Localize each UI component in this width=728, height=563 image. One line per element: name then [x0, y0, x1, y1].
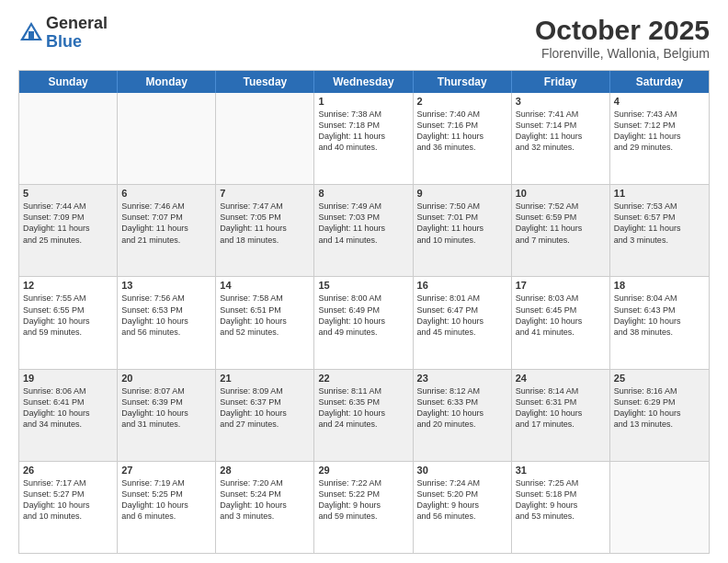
calendar-cell: 29Sunrise: 7:22 AM Sunset: 5:22 PM Dayli…: [314, 462, 413, 553]
calendar-cell: 6Sunrise: 7:46 AM Sunset: 7:07 PM Daylig…: [118, 185, 216, 276]
weekday-header: Saturday: [610, 71, 709, 93]
cell-info: Sunrise: 7:19 AM Sunset: 5:25 PM Dayligh…: [121, 477, 211, 523]
logo-icon: [18, 20, 44, 46]
calendar-cell: 21Sunrise: 8:09 AM Sunset: 6:37 PM Dayli…: [216, 370, 314, 461]
calendar-cell: 9Sunrise: 7:50 AM Sunset: 7:01 PM Daylig…: [414, 185, 512, 276]
cell-info: Sunrise: 7:17 AM Sunset: 5:27 PM Dayligh…: [23, 477, 113, 523]
calendar-cell: 7Sunrise: 7:47 AM Sunset: 7:05 PM Daylig…: [216, 185, 314, 276]
calendar-cell: 31Sunrise: 7:25 AM Sunset: 5:18 PM Dayli…: [512, 462, 610, 553]
day-number: 26: [23, 465, 113, 476]
calendar-row: 1Sunrise: 7:38 AM Sunset: 7:18 PM Daylig…: [19, 93, 709, 185]
day-number: 14: [220, 280, 310, 291]
cell-info: Sunrise: 7:20 AM Sunset: 5:24 PM Dayligh…: [220, 477, 310, 523]
cell-info: Sunrise: 8:14 AM Sunset: 6:31 PM Dayligh…: [516, 385, 606, 431]
month-title: October 2025: [535, 15, 710, 46]
cell-info: Sunrise: 8:07 AM Sunset: 6:39 PM Dayligh…: [121, 385, 211, 431]
page: General Blue October 2025 Florenville, W…: [0, 0, 728, 563]
calendar-cell: [216, 93, 314, 184]
calendar-body: 1Sunrise: 7:38 AM Sunset: 7:18 PM Daylig…: [19, 93, 709, 553]
calendar-cell: [118, 93, 216, 184]
location-title: Florenville, Wallonia, Belgium: [535, 46, 710, 61]
day-number: 21: [220, 373, 310, 384]
weekday-header: Friday: [512, 71, 610, 93]
day-number: 27: [121, 465, 211, 476]
day-number: 7: [220, 188, 310, 199]
cell-info: Sunrise: 7:46 AM Sunset: 7:07 PM Dayligh…: [121, 201, 211, 246]
logo: General Blue: [18, 15, 108, 52]
day-number: 24: [516, 373, 606, 384]
calendar-cell: 5Sunrise: 7:44 AM Sunset: 7:09 PM Daylig…: [19, 185, 118, 276]
calendar-cell: [610, 462, 709, 553]
cell-info: Sunrise: 8:06 AM Sunset: 6:41 PM Dayligh…: [23, 385, 113, 431]
calendar-cell: 13Sunrise: 7:56 AM Sunset: 6:53 PM Dayli…: [118, 277, 216, 368]
calendar-cell: 22Sunrise: 8:11 AM Sunset: 6:35 PM Dayli…: [314, 370, 413, 461]
calendar-cell: 18Sunrise: 8:04 AM Sunset: 6:43 PM Dayli…: [610, 277, 709, 368]
calendar: SundayMondayTuesdayWednesdayThursdayFrid…: [18, 70, 710, 554]
cell-info: Sunrise: 8:01 AM Sunset: 6:47 PM Dayligh…: [417, 293, 507, 338]
calendar-header: SundayMondayTuesdayWednesdayThursdayFrid…: [19, 71, 709, 93]
calendar-cell: 23Sunrise: 8:12 AM Sunset: 6:33 PM Dayli…: [414, 370, 512, 461]
day-number: 16: [417, 280, 507, 291]
calendar-row: 19Sunrise: 8:06 AM Sunset: 6:41 PM Dayli…: [19, 370, 709, 462]
calendar-cell: 14Sunrise: 7:58 AM Sunset: 6:51 PM Dayli…: [216, 277, 314, 368]
weekday-header: Wednesday: [314, 71, 413, 93]
calendar-row: 26Sunrise: 7:17 AM Sunset: 5:27 PM Dayli…: [19, 462, 709, 553]
day-number: 20: [121, 373, 211, 384]
calendar-cell: 24Sunrise: 8:14 AM Sunset: 6:31 PM Dayli…: [512, 370, 610, 461]
day-number: 8: [318, 188, 408, 199]
calendar-row: 12Sunrise: 7:55 AM Sunset: 6:55 PM Dayli…: [19, 277, 709, 369]
day-number: 29: [318, 465, 408, 476]
cell-info: Sunrise: 8:11 AM Sunset: 6:35 PM Dayligh…: [318, 385, 408, 431]
day-number: 28: [220, 465, 310, 476]
day-number: 3: [516, 96, 606, 107]
weekday-header: Tuesday: [216, 71, 314, 93]
calendar-row: 5Sunrise: 7:44 AM Sunset: 7:09 PM Daylig…: [19, 185, 709, 277]
day-number: 1: [318, 96, 408, 107]
day-number: 18: [614, 280, 705, 291]
cell-info: Sunrise: 7:49 AM Sunset: 7:03 PM Dayligh…: [318, 201, 408, 246]
cell-info: Sunrise: 8:09 AM Sunset: 6:37 PM Dayligh…: [220, 385, 310, 431]
header: General Blue October 2025 Florenville, W…: [18, 15, 710, 61]
calendar-cell: 19Sunrise: 8:06 AM Sunset: 6:41 PM Dayli…: [19, 370, 118, 461]
calendar-cell: 20Sunrise: 8:07 AM Sunset: 6:39 PM Dayli…: [118, 370, 216, 461]
cell-info: Sunrise: 7:50 AM Sunset: 7:01 PM Dayligh…: [417, 201, 507, 246]
calendar-cell: 16Sunrise: 8:01 AM Sunset: 6:47 PM Dayli…: [414, 277, 512, 368]
day-number: 5: [23, 188, 113, 199]
calendar-cell: 12Sunrise: 7:55 AM Sunset: 6:55 PM Dayli…: [19, 277, 118, 368]
calendar-cell: 26Sunrise: 7:17 AM Sunset: 5:27 PM Dayli…: [19, 462, 118, 553]
logo-general-text: General: [46, 15, 108, 33]
day-number: 19: [23, 373, 113, 384]
cell-info: Sunrise: 8:16 AM Sunset: 6:29 PM Dayligh…: [614, 385, 705, 431]
cell-info: Sunrise: 8:00 AM Sunset: 6:49 PM Dayligh…: [318, 293, 408, 338]
cell-info: Sunrise: 7:24 AM Sunset: 5:20 PM Dayligh…: [417, 477, 507, 523]
calendar-cell: 11Sunrise: 7:53 AM Sunset: 6:57 PM Dayli…: [610, 185, 709, 276]
calendar-cell: 25Sunrise: 8:16 AM Sunset: 6:29 PM Dayli…: [610, 370, 709, 461]
calendar-cell: 10Sunrise: 7:52 AM Sunset: 6:59 PM Dayli…: [512, 185, 610, 276]
calendar-cell: 1Sunrise: 7:38 AM Sunset: 7:18 PM Daylig…: [314, 93, 413, 184]
day-number: 9: [417, 188, 507, 199]
cell-info: Sunrise: 7:52 AM Sunset: 6:59 PM Dayligh…: [516, 201, 606, 246]
cell-info: Sunrise: 7:40 AM Sunset: 7:16 PM Dayligh…: [417, 109, 507, 154]
day-number: 11: [614, 188, 705, 199]
calendar-cell: 3Sunrise: 7:41 AM Sunset: 7:14 PM Daylig…: [512, 93, 610, 184]
day-number: 31: [516, 465, 606, 476]
cell-info: Sunrise: 7:38 AM Sunset: 7:18 PM Dayligh…: [318, 109, 408, 154]
day-number: 17: [516, 280, 606, 291]
calendar-cell: 17Sunrise: 8:03 AM Sunset: 6:45 PM Dayli…: [512, 277, 610, 368]
day-number: 22: [318, 373, 408, 384]
cell-info: Sunrise: 8:12 AM Sunset: 6:33 PM Dayligh…: [417, 385, 507, 431]
cell-info: Sunrise: 7:56 AM Sunset: 6:53 PM Dayligh…: [121, 293, 211, 338]
cell-info: Sunrise: 8:03 AM Sunset: 6:45 PM Dayligh…: [516, 293, 606, 338]
calendar-cell: 27Sunrise: 7:19 AM Sunset: 5:25 PM Dayli…: [118, 462, 216, 553]
day-number: 10: [516, 188, 606, 199]
calendar-cell: 2Sunrise: 7:40 AM Sunset: 7:16 PM Daylig…: [414, 93, 512, 184]
cell-info: Sunrise: 8:04 AM Sunset: 6:43 PM Dayligh…: [614, 293, 705, 338]
day-number: 6: [121, 188, 211, 199]
cell-info: Sunrise: 7:44 AM Sunset: 7:09 PM Dayligh…: [23, 201, 113, 246]
cell-info: Sunrise: 7:41 AM Sunset: 7:14 PM Dayligh…: [516, 109, 606, 154]
calendar-cell: [19, 93, 118, 184]
day-number: 13: [121, 280, 211, 291]
day-number: 23: [417, 373, 507, 384]
cell-info: Sunrise: 7:58 AM Sunset: 6:51 PM Dayligh…: [220, 293, 310, 338]
title-block: October 2025 Florenville, Wallonia, Belg…: [535, 15, 710, 61]
